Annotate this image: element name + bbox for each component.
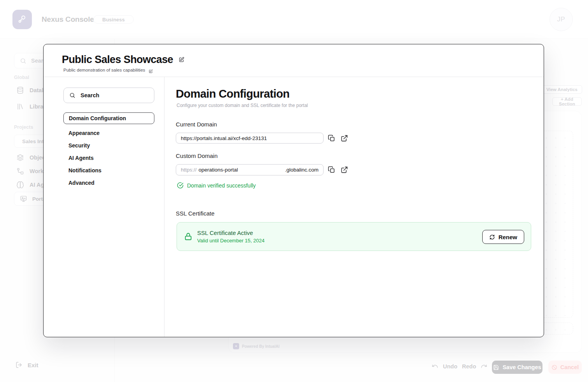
custom-domain-label: Custom Domain bbox=[176, 152, 531, 159]
modal-search-label: Search bbox=[80, 92, 99, 98]
modal-nav: Search Domain Configuration Appearance S… bbox=[44, 77, 164, 337]
modal-search-input[interactable]: Search bbox=[63, 88, 154, 103]
page-subtitle: Configure your custom domain and SSL cer… bbox=[177, 103, 531, 108]
domain-configuration-panel: Domain Configuration Configure your cust… bbox=[164, 77, 544, 337]
external-link-icon[interactable] bbox=[341, 166, 348, 173]
search-icon bbox=[69, 92, 75, 98]
modal-header: Public Sales Showcase Public demonstrati… bbox=[44, 44, 544, 77]
custom-domain-suffix: .globalinc.com bbox=[285, 167, 318, 173]
custom-domain-prefix: https:// bbox=[181, 167, 197, 173]
modal-subtitle: Public demonstration of sales capabiliti… bbox=[63, 68, 145, 72]
page: Nexus Console Business JP Searc Global D… bbox=[0, 0, 588, 382]
ssl-status-subtitle: Valid until December 15, 2024 bbox=[197, 238, 264, 244]
tab-appearance[interactable]: Appearance bbox=[68, 130, 100, 136]
external-link-icon[interactable] bbox=[341, 135, 348, 142]
lock-icon bbox=[184, 232, 192, 241]
check-circle-icon bbox=[177, 182, 184, 189]
copy-icon[interactable] bbox=[328, 135, 335, 142]
renew-label: Renew bbox=[499, 234, 517, 240]
custom-domain-value[interactable]: operations-portal bbox=[199, 167, 285, 173]
modal-title: Public Sales Showcase bbox=[62, 54, 173, 66]
ssl-status-title: SSL Certificate Active bbox=[197, 230, 264, 236]
edit-title-icon[interactable] bbox=[178, 57, 184, 63]
page-title: Domain Configuration bbox=[176, 88, 531, 100]
current-domain-input[interactable] bbox=[176, 133, 324, 144]
ssl-status-card: SSL Certificate Active Valid until Decem… bbox=[177, 222, 531, 251]
verified-message: Domain verified successfully bbox=[187, 182, 256, 189]
tab-advanced[interactable]: Advanced bbox=[68, 180, 94, 186]
custom-domain-input[interactable]: https:// operations-portal .globalinc.co… bbox=[176, 164, 324, 175]
domain-verified-status: Domain verified successfully bbox=[177, 182, 531, 189]
edit-subtitle-icon[interactable] bbox=[149, 68, 153, 72]
portal-settings-modal: Public Sales Showcase Public demonstrati… bbox=[43, 44, 544, 337]
tab-domain-configuration[interactable]: Domain Configuration bbox=[63, 112, 154, 124]
tab-notifications[interactable]: Notifications bbox=[68, 167, 102, 173]
tab-security[interactable]: Security bbox=[68, 142, 90, 149]
current-domain-label: Current Domain bbox=[176, 121, 531, 128]
refresh-icon bbox=[489, 234, 495, 240]
ssl-certificate-label: SSL Certificate bbox=[176, 210, 531, 217]
tab-ai-agents[interactable]: AI Agents bbox=[68, 155, 94, 161]
renew-button[interactable]: Renew bbox=[482, 230, 524, 244]
copy-icon[interactable] bbox=[328, 166, 335, 173]
